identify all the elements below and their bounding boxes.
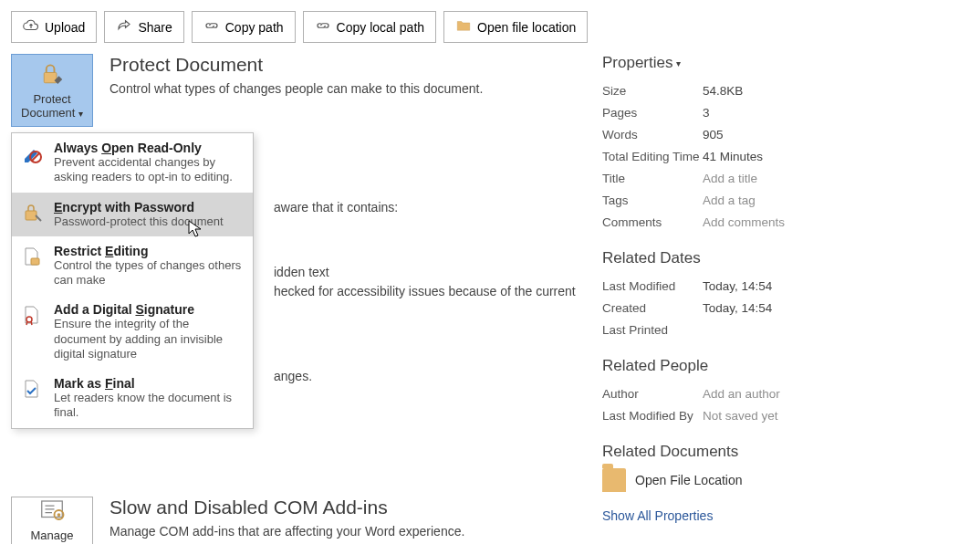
- menu-always-open-readonly[interactable]: Always Open Read-Only Prevent accidental…: [12, 133, 253, 193]
- menu-sign-title: Add a Digital Signature: [54, 302, 244, 317]
- menu-readonly-title: Always Open Read-Only: [54, 141, 244, 155]
- chevron-down-icon: ▾: [676, 58, 681, 68]
- prop-lastmod-value: Today, 14:54: [703, 279, 772, 293]
- link-icon: [203, 17, 220, 37]
- svg-rect-3: [31, 258, 39, 265]
- prop-comments-value[interactable]: Add comments: [703, 215, 785, 229]
- prop-lastmodby-value: Not saved yet: [703, 409, 778, 423]
- prop-title-value[interactable]: Add a title: [703, 172, 757, 185]
- protect-document-button[interactable]: ProtectDocument ▾: [11, 54, 93, 127]
- prop-comments-label: Comments: [602, 215, 703, 229]
- open-file-location-link[interactable]: Open File Location: [602, 468, 969, 492]
- prop-editing-value: 41 Minutes: [703, 150, 763, 163]
- show-all-properties-link[interactable]: Show All Properties: [602, 508, 713, 523]
- prop-lastmod-label: Last Modified: [602, 279, 703, 293]
- no-edit-icon: [21, 141, 45, 185]
- prop-words-label: Words: [602, 128, 703, 141]
- prop-printed-label: Last Printed: [602, 323, 703, 337]
- related-docs-header: Related Documents: [602, 443, 969, 461]
- menu-final-desc: Let readers know the document is final.: [54, 391, 244, 421]
- share-button[interactable]: Share: [104, 11, 183, 43]
- page-lock-icon: [21, 244, 45, 288]
- prop-size-value: 54.8KB: [703, 84, 743, 98]
- prop-words-value: 905: [703, 128, 724, 141]
- menu-encrypt-password[interactable]: Encrypt with Password Password-protect t…: [12, 193, 253, 236]
- manage-com-addins-button[interactable]: Manage COMAdd-ins: [11, 497, 93, 544]
- addins-desc: Manage COM add-ins that are affecting yo…: [109, 524, 464, 539]
- protect-desc: Control what types of changes people can…: [109, 81, 483, 96]
- open-file-location-text: Open File Location: [635, 473, 743, 487]
- cloud-upload-icon: [23, 17, 39, 37]
- share-icon: [116, 17, 132, 37]
- protect-button-line2: Document: [21, 106, 75, 120]
- copy-local-path-button[interactable]: Copy local path: [303, 11, 437, 43]
- copy-local-label: Copy local path: [337, 20, 425, 35]
- prop-author-label: Author: [602, 387, 703, 401]
- related-dates-header: Related Dates: [602, 249, 969, 267]
- menu-sign-desc: Ensure the integrity of the document by …: [54, 317, 244, 361]
- upload-label: Upload: [45, 20, 85, 35]
- upload-button[interactable]: Upload: [11, 11, 97, 43]
- menu-encrypt-title: Encrypt with Password: [54, 200, 224, 214]
- protect-button-line1: Protect: [33, 92, 70, 106]
- prop-title-label: Title: [602, 172, 703, 185]
- protect-title: Protect Document: [109, 54, 483, 76]
- related-people-header: Related People: [602, 357, 969, 375]
- prop-pages-label: Pages: [602, 106, 703, 120]
- menu-restrict-title: Restrict Editing: [54, 244, 244, 258]
- prop-created-value: Today, 14:54: [703, 301, 772, 315]
- addins-button-line1: Manage COM: [31, 528, 74, 544]
- protect-dropdown-menu: Always Open Read-Only Prevent accidental…: [11, 132, 254, 429]
- prop-pages-value: 3: [703, 106, 710, 120]
- prop-tags-value[interactable]: Add a tag: [703, 194, 756, 207]
- lock-icon: [21, 200, 45, 229]
- properties-header[interactable]: Properties ▾: [602, 54, 969, 72]
- protect-section: ProtectDocument ▾ Protect Document Contr…: [11, 54, 577, 127]
- share-label: Share: [138, 20, 172, 35]
- open-file-location-button[interactable]: Open file location: [443, 11, 588, 43]
- mouse-cursor-icon: [188, 220, 203, 241]
- gear-list-icon: [38, 497, 66, 528]
- properties-panel: Properties ▾ Size54.8KB Pages3 Words905 …: [602, 54, 969, 544]
- prop-author-value[interactable]: Add an author: [703, 387, 780, 401]
- svg-rect-2: [26, 211, 36, 220]
- addins-section: Manage COMAdd-ins Slow and Disabled COM …: [11, 497, 577, 544]
- prop-tags-label: Tags: [602, 194, 703, 207]
- chevron-down-icon: ▾: [78, 109, 83, 119]
- addins-title: Slow and Disabled COM Add-ins: [109, 497, 464, 518]
- page-ribbon-icon: [21, 302, 45, 361]
- svg-point-7: [57, 513, 61, 517]
- open-location-label: Open file location: [477, 20, 576, 35]
- copy-path-label: Copy path: [225, 20, 284, 35]
- prop-created-label: Created: [602, 301, 703, 315]
- menu-restrict-editing[interactable]: Restrict Editing Control the types of ch…: [12, 236, 253, 296]
- toolbar: Upload Share Copy path Copy local path O…: [0, 0, 980, 54]
- svg-rect-0: [44, 72, 57, 82]
- page-check-icon: [21, 376, 45, 421]
- menu-mark-final[interactable]: Mark as Final Let readers know the docum…: [12, 369, 253, 428]
- folder-icon: [455, 17, 472, 37]
- menu-restrict-desc: Control the types of changes others can …: [54, 258, 244, 288]
- menu-readonly-desc: Prevent accidental changes by asking rea…: [54, 155, 244, 185]
- menu-digital-signature[interactable]: Add a Digital Signature Ensure the integ…: [12, 295, 253, 369]
- link-icon: [315, 17, 331, 37]
- lock-pencil-icon: [38, 61, 66, 93]
- menu-final-title: Mark as Final: [54, 376, 244, 391]
- folder-icon: [602, 468, 626, 492]
- prop-size-label: Size: [602, 84, 703, 98]
- copy-path-button[interactable]: Copy path: [192, 11, 296, 43]
- prop-lastmodby-label: Last Modified By: [602, 409, 712, 423]
